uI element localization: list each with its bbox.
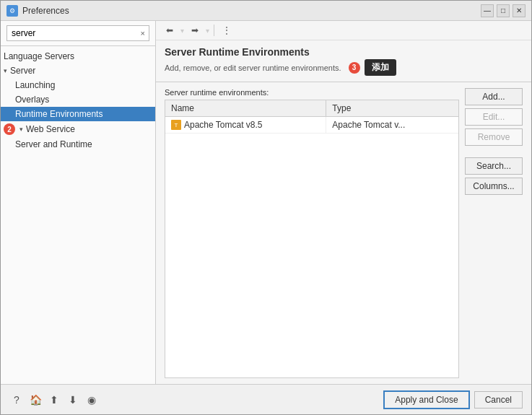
app-icon: ⚙ [6, 5, 18, 17]
toolbar-sep2: ▾ [206, 27, 209, 35]
callout-add: 添加 [365, 59, 396, 76]
button-spacer [465, 149, 523, 154]
server-expand-icon: ▾ [4, 67, 7, 74]
apply-close-button[interactable]: Apply and Close [383, 390, 469, 409]
search-input[interactable] [6, 25, 149, 41]
export-icon[interactable]: ⬆ [47, 393, 61, 407]
add-button[interactable]: Add... [465, 88, 523, 105]
window-title: Preferences [22, 6, 69, 16]
nav-tree: Language Servers ▾ Server Launching Over… [1, 46, 155, 384]
row-name-cell: T Apache Tomcat v8.5 [165, 117, 326, 133]
table-row[interactable]: T Apache Tomcat v8.5 Apache Tomcat v... [165, 117, 458, 134]
title-bar-left: ⚙ Preferences [6, 5, 69, 17]
preferences-window: ⚙ Preferences — □ ✕ × 1 搜索server [0, 0, 532, 415]
title-bar: ⚙ Preferences — □ ✕ [1, 1, 531, 21]
more-button[interactable]: ⋮ [219, 22, 235, 38]
table-label: Server runtime environments: [165, 88, 459, 97]
main-panel: ⬅ ▾ ➡ ▾ ⋮ Server Runtime Environments Ad… [156, 21, 531, 384]
footer-buttons: Apply and Close Cancel [383, 390, 523, 409]
column-type: Type [326, 100, 458, 116]
toolbar-sep1: ▾ [180, 27, 184, 35]
window-controls: — □ ✕ [481, 4, 526, 17]
language-servers-label: Language Servers [4, 51, 149, 61]
home-icon[interactable]: 🏠 [28, 393, 43, 407]
footer-icons: ? 🏠 ⬆ ⬇ ◉ [9, 393, 99, 407]
table-area: Server runtime environments: Name Type [165, 88, 459, 378]
annotation-2: 2 [4, 123, 15, 135]
server-and-runtime-label: Server and Runtime [15, 139, 149, 149]
web-service-expand-icon: ▾ [19, 126, 23, 133]
row-name: Apache Tomcat v8.5 [184, 120, 263, 130]
toolbar-divider [214, 25, 214, 36]
main-content: × 1 搜索server Language Servers ▾ [1, 21, 531, 384]
overlays-label: Overlays [15, 95, 149, 105]
footer: ? 🏠 ⬆ ⬇ ◉ Apply and Close Cancel [1, 384, 531, 414]
table-body: T Apache Tomcat v8.5 Apache Tomcat v... [165, 117, 458, 134]
server-row-icon: T [171, 120, 181, 130]
search-button[interactable]: Search... [465, 157, 523, 175]
sidebar-item-runtime-environments[interactable]: Runtime Environments [1, 107, 155, 121]
search-area: × 1 搜索server [1, 21, 155, 46]
import-icon[interactable]: ⬇ [66, 393, 80, 407]
panel-title: Server Runtime Environments [165, 46, 523, 58]
annotation-3: 3 [349, 62, 360, 74]
column-name: Name [165, 100, 326, 116]
cancel-button[interactable]: Cancel [474, 391, 523, 409]
runtime-environments-label: Runtime Environments [15, 109, 149, 119]
help-icon[interactable]: ? [9, 393, 24, 407]
minimize-button[interactable]: — [481, 4, 494, 17]
table-header: Name Type [165, 100, 458, 117]
remove-button[interactable]: Remove [465, 128, 523, 146]
side-buttons: Add... Edit... Remove Search... Columns.… [465, 88, 523, 378]
row-type-cell: Apache Tomcat v... [326, 117, 458, 133]
sidebar-item-overlays[interactable]: Overlays [1, 92, 155, 107]
launching-label: Launching [15, 80, 149, 90]
sidebar: × 1 搜索server Language Servers ▾ [1, 21, 156, 384]
panel-toolbar: ⬅ ▾ ➡ ▾ ⋮ [156, 21, 531, 40]
server-label: Server [10, 66, 149, 76]
sidebar-item-server[interactable]: ▾ Server [1, 64, 155, 78]
search-clear-button[interactable]: × [141, 29, 145, 38]
columns-button[interactable]: Columns... [465, 178, 523, 195]
sidebar-item-server-and-runtime[interactable]: Server and Runtime [1, 137, 155, 152]
panel-body: Server runtime environments: Name Type [156, 82, 531, 384]
edit-button[interactable]: Edit... [465, 108, 523, 126]
runtime-table: Name Type T Apache Tomcat v8.5 [165, 100, 459, 378]
back-button[interactable]: ⬅ [162, 22, 178, 38]
settings-icon[interactable]: ◉ [84, 393, 99, 407]
sidebar-item-web-service[interactable]: 2 ▾ Web Service [1, 121, 155, 137]
web-service-label: Web Service [26, 124, 149, 134]
sidebar-item-language-servers[interactable]: Language Servers [1, 49, 155, 64]
forward-button[interactable]: ➡ [187, 22, 203, 38]
sidebar-item-launching[interactable]: Launching [1, 78, 155, 92]
panel-description: Add, remove, or edit server runtime envi… [165, 59, 523, 76]
panel-header: Server Runtime Environments Add, remove,… [156, 40, 531, 82]
row-type: Apache Tomcat v... [332, 120, 405, 130]
close-button[interactable]: ✕ [513, 4, 526, 17]
maximize-button[interactable]: □ [497, 4, 510, 17]
